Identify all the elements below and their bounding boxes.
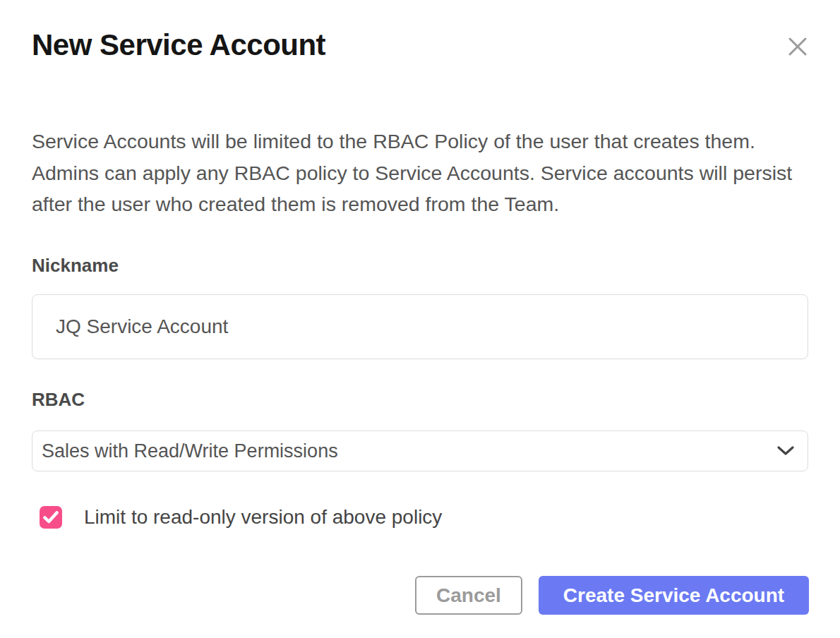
cancel-button[interactable]: Cancel bbox=[415, 576, 522, 615]
new-service-account-modal: New Service Account Service Accounts wil… bbox=[0, 0, 840, 638]
readonly-checkbox-row[interactable]: Limit to read-only version of above poli… bbox=[40, 506, 808, 529]
page-title: New Service Account bbox=[32, 0, 808, 62]
check-icon bbox=[43, 511, 59, 524]
readonly-checkbox-label: Limit to read-only version of above poli… bbox=[71, 506, 442, 529]
close-button[interactable] bbox=[785, 34, 810, 59]
nickname-input[interactable] bbox=[32, 294, 808, 359]
readonly-checkbox[interactable] bbox=[40, 506, 62, 529]
modal-footer: Cancel Create Service Account bbox=[415, 576, 809, 615]
rbac-select[interactable]: Sales with Read/Write Permissions bbox=[32, 431, 808, 471]
modal-description: Service Accounts will be limited to the … bbox=[32, 126, 808, 220]
nickname-label: Nickname bbox=[32, 255, 808, 277]
close-icon bbox=[788, 37, 808, 56]
rbac-label: RBAC bbox=[32, 389, 808, 411]
rbac-select-wrapper: Sales with Read/Write Permissions bbox=[32, 431, 808, 471]
create-service-account-button[interactable]: Create Service Account bbox=[539, 576, 809, 615]
